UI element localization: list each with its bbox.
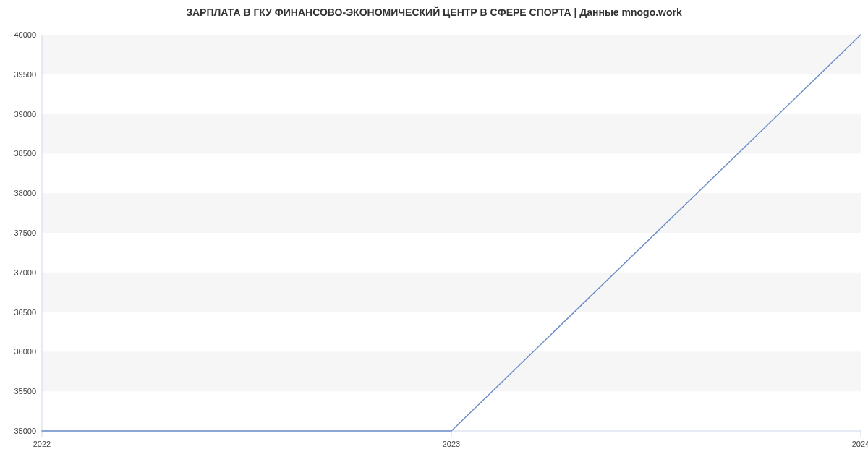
grid-band — [42, 273, 861, 312]
chart-title: ЗАРПЛАТА В ГКУ ФИНАНСОВО-ЭКОНОМИЧЕСКИЙ Ц… — [186, 6, 682, 18]
y-tick-label: 40000 — [14, 30, 36, 39]
y-tick-label: 39500 — [14, 70, 36, 79]
y-tick-label: 35000 — [14, 427, 36, 435]
grid-band — [42, 193, 861, 233]
y-tick-label: 38500 — [14, 149, 36, 158]
line-chart: 3500035500360003650037000375003800038500… — [0, 0, 868, 470]
y-tick-label: 37500 — [14, 228, 36, 237]
grid-band — [42, 35, 861, 74]
x-tick-label: 2022 — [33, 440, 51, 448]
grid-band — [42, 114, 861, 154]
grid-band — [42, 351, 861, 391]
y-tick-label: 36000 — [14, 347, 36, 356]
y-tick-label: 39000 — [14, 110, 36, 119]
y-tick-label: 38000 — [14, 189, 36, 197]
chart-container: 3500035500360003650037000375003800038500… — [0, 0, 868, 470]
y-tick-label: 37000 — [14, 268, 36, 277]
x-tick-label: 2023 — [443, 440, 460, 448]
y-tick-label: 36500 — [14, 308, 36, 317]
y-tick-label: 35500 — [14, 387, 36, 396]
x-tick-label: 2024 — [852, 440, 868, 448]
